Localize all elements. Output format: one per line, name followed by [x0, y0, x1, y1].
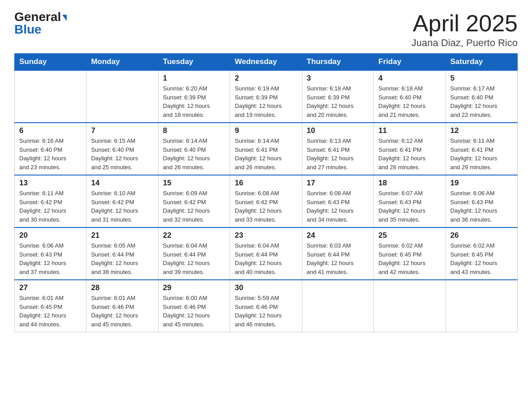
location-title: Juana Diaz, Puerto Rico	[412, 37, 518, 49]
day-number: 13	[19, 179, 82, 188]
calendar-cell: 21Sunrise: 6:05 AM Sunset: 6:44 PM Dayli…	[86, 227, 158, 280]
calendar-cell	[86, 70, 158, 123]
day-number: 1	[163, 74, 225, 83]
calendar-table: SundayMondayTuesdayWednesdayThursdayFrid…	[14, 53, 518, 332]
day-number: 20	[19, 231, 82, 240]
day-number: 4	[378, 74, 441, 83]
day-number: 6	[19, 126, 82, 135]
calendar-cell	[446, 280, 517, 332]
day-number: 12	[450, 126, 513, 135]
day-detail: Sunrise: 6:14 AM Sunset: 6:40 PM Dayligh…	[163, 137, 225, 171]
title-block: April 2025 Juana Diaz, Puerto Rico	[412, 11, 518, 49]
day-number: 18	[378, 179, 441, 188]
calendar-cell	[374, 280, 446, 332]
page-header: General Blue April 2025 Juana Diaz, Puer…	[14, 11, 518, 49]
day-number: 21	[91, 231, 153, 240]
calendar-cell: 2Sunrise: 6:19 AM Sunset: 6:39 PM Daylig…	[230, 70, 302, 123]
day-detail: Sunrise: 6:01 AM Sunset: 6:45 PM Dayligh…	[19, 294, 82, 329]
day-number: 3	[307, 74, 369, 83]
calendar-cell: 18Sunrise: 6:07 AM Sunset: 6:43 PM Dayli…	[374, 175, 446, 227]
day-number: 16	[235, 179, 297, 188]
calendar-cell: 30Sunrise: 5:59 AM Sunset: 6:46 PM Dayli…	[230, 280, 302, 332]
day-detail: Sunrise: 6:05 AM Sunset: 6:44 PM Dayligh…	[91, 241, 153, 276]
header-row: SundayMondayTuesdayWednesdayThursdayFrid…	[15, 54, 518, 71]
day-detail: Sunrise: 6:04 AM Sunset: 6:44 PM Dayligh…	[235, 241, 297, 276]
day-number: 25	[378, 231, 441, 240]
calendar-cell: 29Sunrise: 6:00 AM Sunset: 6:46 PM Dayli…	[158, 280, 230, 332]
column-header-tuesday: Tuesday	[158, 54, 230, 71]
calendar-cell: 14Sunrise: 6:10 AM Sunset: 6:42 PM Dayli…	[86, 175, 158, 227]
day-detail: Sunrise: 6:15 AM Sunset: 6:40 PM Dayligh…	[91, 137, 153, 171]
calendar-week-3: 13Sunrise: 6:11 AM Sunset: 6:42 PM Dayli…	[15, 175, 518, 227]
calendar-cell: 4Sunrise: 6:18 AM Sunset: 6:40 PM Daylig…	[374, 70, 446, 123]
column-header-saturday: Saturday	[446, 54, 517, 71]
calendar-cell: 23Sunrise: 6:04 AM Sunset: 6:44 PM Dayli…	[230, 227, 302, 280]
calendar-cell	[15, 70, 86, 123]
calendar-cell: 9Sunrise: 6:14 AM Sunset: 6:41 PM Daylig…	[230, 123, 302, 175]
column-header-thursday: Thursday	[302, 54, 373, 71]
day-detail: Sunrise: 6:06 AM Sunset: 6:43 PM Dayligh…	[19, 241, 82, 276]
calendar-cell: 12Sunrise: 6:11 AM Sunset: 6:41 PM Dayli…	[446, 123, 517, 175]
calendar-cell: 7Sunrise: 6:15 AM Sunset: 6:40 PM Daylig…	[86, 123, 158, 175]
day-detail: Sunrise: 6:01 AM Sunset: 6:46 PM Dayligh…	[91, 294, 153, 329]
day-detail: Sunrise: 6:13 AM Sunset: 6:41 PM Dayligh…	[307, 137, 369, 171]
calendar-cell: 8Sunrise: 6:14 AM Sunset: 6:40 PM Daylig…	[158, 123, 230, 175]
logo-arrow-icon	[62, 15, 67, 21]
day-number: 7	[91, 126, 153, 135]
logo-blue-text: Blue	[14, 23, 42, 36]
day-detail: Sunrise: 6:02 AM Sunset: 6:45 PM Dayligh…	[450, 241, 513, 276]
day-number: 10	[307, 126, 369, 135]
calendar-cell: 1Sunrise: 6:20 AM Sunset: 6:39 PM Daylig…	[158, 70, 230, 123]
calendar-cell: 26Sunrise: 6:02 AM Sunset: 6:45 PM Dayli…	[446, 227, 517, 280]
calendar-cell: 25Sunrise: 6:02 AM Sunset: 6:45 PM Dayli…	[374, 227, 446, 280]
calendar-cell: 16Sunrise: 6:08 AM Sunset: 6:42 PM Dayli…	[230, 175, 302, 227]
day-detail: Sunrise: 6:08 AM Sunset: 6:42 PM Dayligh…	[235, 189, 297, 224]
calendar-cell: 19Sunrise: 6:06 AM Sunset: 6:43 PM Dayli…	[446, 175, 517, 227]
calendar-cell: 20Sunrise: 6:06 AM Sunset: 6:43 PM Dayli…	[15, 227, 86, 280]
day-number: 2	[235, 74, 297, 83]
calendar-cell: 5Sunrise: 6:17 AM Sunset: 6:40 PM Daylig…	[446, 70, 517, 123]
day-number: 30	[235, 283, 297, 292]
column-header-friday: Friday	[374, 54, 446, 71]
month-title: April 2025	[412, 11, 518, 36]
column-header-monday: Monday	[86, 54, 158, 71]
calendar-week-4: 20Sunrise: 6:06 AM Sunset: 6:43 PM Dayli…	[15, 227, 518, 280]
day-number: 15	[163, 179, 225, 188]
day-number: 17	[307, 179, 369, 188]
calendar-cell: 3Sunrise: 6:18 AM Sunset: 6:39 PM Daylig…	[302, 70, 373, 123]
day-number: 29	[163, 283, 225, 292]
day-number: 28	[91, 283, 153, 292]
logo-general-text: General	[14, 11, 61, 23]
calendar-body: 1Sunrise: 6:20 AM Sunset: 6:39 PM Daylig…	[15, 70, 518, 332]
calendar-cell: 6Sunrise: 6:16 AM Sunset: 6:40 PM Daylig…	[15, 123, 86, 175]
day-number: 14	[91, 179, 153, 188]
day-detail: Sunrise: 6:08 AM Sunset: 6:43 PM Dayligh…	[307, 189, 369, 224]
day-number: 19	[450, 179, 513, 188]
day-detail: Sunrise: 6:14 AM Sunset: 6:41 PM Dayligh…	[235, 137, 297, 171]
calendar-cell: 13Sunrise: 6:11 AM Sunset: 6:42 PM Dayli…	[15, 175, 86, 227]
day-detail: Sunrise: 6:20 AM Sunset: 6:39 PM Dayligh…	[163, 84, 225, 119]
day-detail: Sunrise: 5:59 AM Sunset: 6:46 PM Dayligh…	[235, 294, 297, 329]
day-number: 24	[307, 231, 369, 240]
day-detail: Sunrise: 6:11 AM Sunset: 6:42 PM Dayligh…	[19, 189, 82, 224]
day-detail: Sunrise: 6:10 AM Sunset: 6:42 PM Dayligh…	[91, 189, 153, 224]
day-number: 26	[450, 231, 513, 240]
calendar-week-5: 27Sunrise: 6:01 AM Sunset: 6:45 PM Dayli…	[15, 280, 518, 332]
day-detail: Sunrise: 6:17 AM Sunset: 6:40 PM Dayligh…	[450, 84, 513, 119]
day-detail: Sunrise: 6:03 AM Sunset: 6:44 PM Dayligh…	[307, 241, 369, 276]
column-header-wednesday: Wednesday	[230, 54, 302, 71]
day-detail: Sunrise: 6:18 AM Sunset: 6:40 PM Dayligh…	[378, 84, 441, 119]
day-detail: Sunrise: 6:09 AM Sunset: 6:42 PM Dayligh…	[163, 189, 225, 224]
day-detail: Sunrise: 6:00 AM Sunset: 6:46 PM Dayligh…	[163, 294, 225, 329]
calendar-cell	[302, 280, 373, 332]
logo: General Blue	[14, 11, 67, 36]
calendar-cell: 24Sunrise: 6:03 AM Sunset: 6:44 PM Dayli…	[302, 227, 373, 280]
day-number: 11	[378, 126, 441, 135]
day-number: 23	[235, 231, 297, 240]
day-detail: Sunrise: 6:11 AM Sunset: 6:41 PM Dayligh…	[450, 137, 513, 171]
calendar-week-1: 1Sunrise: 6:20 AM Sunset: 6:39 PM Daylig…	[15, 70, 518, 123]
day-detail: Sunrise: 6:04 AM Sunset: 6:44 PM Dayligh…	[163, 241, 225, 276]
day-detail: Sunrise: 6:16 AM Sunset: 6:40 PM Dayligh…	[19, 137, 82, 171]
day-number: 27	[19, 283, 82, 292]
day-detail: Sunrise: 6:02 AM Sunset: 6:45 PM Dayligh…	[378, 241, 441, 276]
